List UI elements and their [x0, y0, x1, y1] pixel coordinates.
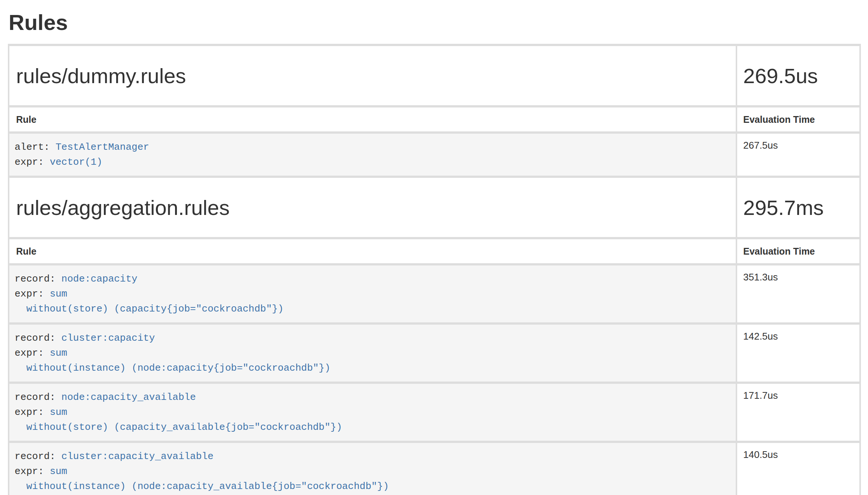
rule-definition-cell: record: cluster:capacity expr: sum witho…: [9, 324, 736, 383]
rule-evaluation-time-value: 267.5us: [736, 133, 860, 177]
rules-page: Rules rules/dummy.rules269.5usRuleEvalua…: [0, 10, 868, 495]
rule-code-link[interactable]: sum without(store) (capacity{job="cockro…: [15, 288, 284, 315]
rule-code: record: cluster:capacity_available expr:…: [15, 449, 730, 494]
rule-definition-cell: record: node:capacity expr: sum without(…: [9, 264, 736, 324]
rule-code-link[interactable]: vector(1): [50, 157, 102, 168]
rule-code-link[interactable]: cluster:capacity: [61, 332, 155, 344]
rule-group-header-row: rules/aggregation.rules295.7ms: [9, 177, 860, 238]
rule-group-total-evaluation-time: 269.5us: [736, 45, 860, 106]
rule-code: record: cluster:capacity expr: sum witho…: [15, 331, 730, 376]
rule-group-header-row: rules/dummy.rules269.5us: [9, 45, 860, 106]
column-header-row: RuleEvaluation Time: [9, 238, 860, 264]
rule-definition-cell: alert: TestAlertManager expr: vector(1): [9, 133, 736, 177]
rule-code-link[interactable]: node:capacity: [61, 273, 138, 285]
rule-evaluation-time-value: 351.3us: [736, 264, 860, 324]
column-header-row: RuleEvaluation Time: [9, 106, 860, 133]
column-header-rule: Rule: [9, 106, 736, 133]
rule-evaluation-time-value: 171.7us: [736, 383, 860, 442]
rule-code-link[interactable]: cluster:capacity_available: [61, 451, 214, 462]
rule-code-link[interactable]: TestAlertManager: [55, 142, 149, 153]
rule-code: alert: TestAlertManager expr: vector(1): [15, 140, 730, 170]
column-header-evaluation-time: Evaluation Time: [736, 106, 860, 133]
rule-group-file-name: rules/dummy.rules: [9, 45, 736, 106]
rule-code-link[interactable]: sum without(store) (capacity_available{j…: [15, 407, 342, 433]
rules-table: rules/dummy.rules269.5usRuleEvaluation T…: [8, 44, 861, 495]
rule-evaluation-time-value: 140.5us: [736, 442, 860, 495]
column-header-rule: Rule: [9, 238, 736, 264]
rule-definition-cell: record: node:capacity_available expr: su…: [9, 383, 736, 442]
rule-row: record: node:capacity_available expr: su…: [9, 383, 860, 442]
rule-code: record: node:capacity expr: sum without(…: [15, 271, 730, 316]
rule-code-link[interactable]: sum without(instance) (node:capacity{job…: [15, 347, 331, 374]
rule-group-total-evaluation-time: 295.7ms: [736, 177, 860, 238]
rule-row: record: cluster:capacity_available expr:…: [9, 442, 860, 495]
rule-definition-cell: record: cluster:capacity_available expr:…: [9, 442, 736, 495]
rule-code-link[interactable]: node:capacity_available: [61, 392, 196, 403]
rule-code: record: node:capacity_available expr: su…: [15, 390, 730, 435]
rule-row: alert: TestAlertManager expr: vector(1)2…: [9, 133, 860, 177]
rule-group-file-name: rules/aggregation.rules: [9, 177, 736, 238]
column-header-evaluation-time: Evaluation Time: [736, 238, 860, 264]
rule-code-link[interactable]: sum without(instance) (node:capacity_ava…: [15, 466, 389, 492]
rule-evaluation-time-value: 142.5us: [736, 324, 860, 383]
rule-row: record: cluster:capacity expr: sum witho…: [9, 324, 860, 383]
rule-row: record: node:capacity expr: sum without(…: [9, 264, 860, 324]
page-title: Rules: [9, 10, 859, 35]
